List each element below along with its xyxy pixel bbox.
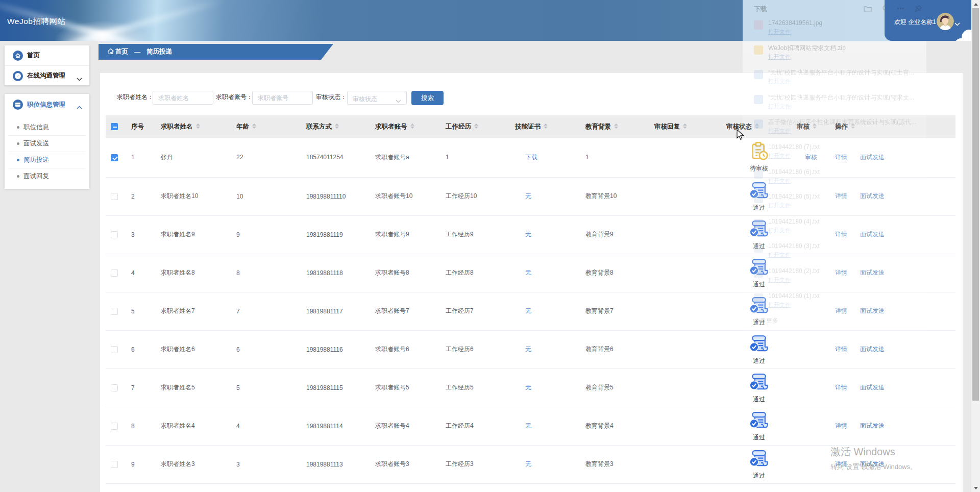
breadcrumb-home[interactable]: 首页 — [115, 47, 128, 56]
sort-caret-icon[interactable] — [335, 124, 339, 129]
open-file-link[interactable]: 打开文件 — [768, 202, 791, 208]
open-file-link[interactable]: 打开文件 — [768, 153, 791, 159]
row-checkbox[interactable] — [111, 308, 118, 315]
sort-caret-icon[interactable] — [252, 124, 256, 129]
row-checkbox[interactable] — [111, 423, 118, 430]
column-header-exp[interactable]: 工作经历 — [440, 115, 510, 138]
sort-caret-icon[interactable] — [683, 124, 687, 129]
detail-link[interactable]: 详情 — [835, 346, 847, 353]
column-header-phone[interactable]: 联系方式 — [301, 115, 370, 138]
certificate-link[interactable]: 无 — [525, 384, 531, 391]
certificate-link[interactable]: 无 — [525, 192, 531, 200]
open-file-link[interactable]: 打开文件 — [768, 78, 791, 84]
name-input[interactable] — [153, 91, 213, 105]
row-checkbox[interactable] — [111, 269, 118, 277]
certificate-link[interactable]: 无 — [525, 269, 531, 276]
open-folder-icon[interactable] — [864, 5, 872, 12]
download-item: “无忧”校园快递服务平台小程序的设计与实现(硕士育...打开文件 — [743, 69, 926, 94]
certificate-link[interactable]: 无 — [525, 422, 531, 429]
cell-idx: 3 — [126, 215, 156, 254]
row-checkbox[interactable] — [111, 346, 118, 353]
interview-send-link[interactable]: 面试发送 — [860, 346, 885, 353]
column-header-edu[interactable]: 教育背景 — [580, 115, 649, 138]
open-file-link[interactable]: 打开文件 — [768, 252, 791, 258]
cell-edu: 教育背景8 — [580, 254, 649, 292]
cell-reply — [649, 138, 721, 177]
scrollbar-up-button[interactable] — [971, 0, 980, 8]
detail-link[interactable]: 详情 — [835, 460, 847, 468]
detail-link[interactable]: 详情 — [835, 422, 847, 429]
cell-account: 求职者账号5 — [370, 368, 440, 407]
column-header-cert[interactable]: 技能证书 — [510, 115, 580, 138]
status-select[interactable]: 审核状态 — [347, 91, 407, 105]
sort-caret-icon[interactable] — [614, 124, 618, 129]
open-file-link[interactable]: 打开文件 — [768, 277, 791, 283]
file-type-icon — [754, 243, 763, 253]
sort-caret-icon[interactable] — [196, 124, 200, 129]
select-all-checkbox[interactable] — [111, 123, 118, 130]
certificate-link[interactable]: 下载 — [525, 154, 537, 161]
sidebar-item-home[interactable]: 首页 — [5, 45, 89, 65]
certificate-link[interactable]: 无 — [525, 460, 531, 468]
row-checkbox[interactable] — [111, 231, 118, 238]
interview-send-link[interactable]: 面试发送 — [860, 422, 885, 429]
sidebar-item-job-management[interactable]: 职位信息管理 — [5, 94, 89, 115]
interview-send-link[interactable]: 面试发送 — [860, 384, 885, 391]
open-file-link[interactable]: 打开文件 — [768, 29, 791, 35]
certificate-link[interactable]: 无 — [525, 346, 531, 353]
sidebar-subitem-面试回复[interactable]: 面试回复 — [5, 168, 89, 184]
open-file-link[interactable]: 打开文件 — [768, 103, 791, 109]
scrollbar-thumb[interactable] — [972, 8, 979, 401]
column-header-reply[interactable]: 审核回复 — [649, 115, 721, 138]
cell-ops: 详情面试发送 — [830, 330, 955, 368]
pin-icon[interactable] — [914, 5, 922, 15]
column-header-age[interactable]: 年龄 — [231, 115, 301, 138]
sort-caret-icon[interactable] — [410, 124, 414, 129]
chevron-down-icon[interactable] — [954, 19, 960, 28]
scrollbar[interactable] — [971, 0, 980, 492]
interview-send-link[interactable]: 面试发送 — [860, 460, 885, 468]
file-type-icon — [754, 119, 763, 129]
cell-name: 求职者姓名4 — [156, 407, 231, 445]
sort-caret-icon[interactable] — [544, 124, 548, 129]
row-checkbox[interactable] — [111, 461, 118, 468]
status-label: 通过 — [748, 472, 770, 480]
certificate-link[interactable]: 无 — [525, 231, 531, 238]
avatar[interactable] — [937, 13, 954, 30]
downloads-show-more[interactable]: 查看更多 — [754, 316, 778, 325]
detail-link[interactable]: 详情 — [835, 384, 847, 391]
column-header-account[interactable]: 求职者账号 — [370, 115, 440, 138]
cell-exp: 工作经历6 — [440, 330, 510, 368]
cell-edu: 教育背景5 — [580, 368, 649, 407]
chevron-down-icon — [77, 74, 82, 83]
sidebar-subitem-面试发送[interactable]: 面试发送 — [5, 136, 89, 152]
open-file-link[interactable]: 打开文件 — [768, 128, 791, 134]
open-file-link[interactable]: 打开文件 — [768, 54, 791, 60]
column-header-name[interactable]: 求职者姓名 — [156, 115, 231, 138]
row-checkbox[interactable] — [111, 384, 118, 391]
open-file-link[interactable]: 打开文件 — [768, 302, 791, 308]
sidebar-subitem-职位信息[interactable]: 职位信息 — [5, 119, 89, 135]
download-file-name: 基于微信小程序个性化课程推荐系统设计与实现(源代... — [768, 118, 916, 126]
sort-caret-icon[interactable] — [474, 124, 478, 129]
scrollbar-down-button[interactable] — [971, 484, 980, 492]
row-checkbox[interactable] — [111, 193, 118, 200]
download-file-name: “无忧”校园快递服务平台小程序的设计与实现(需求文... — [768, 94, 916, 101]
download-file-name: WeJob招聘网站需求文档.zip — [768, 44, 916, 52]
row-checkbox[interactable] — [111, 154, 118, 161]
cell-status: 通过 — [721, 368, 792, 407]
cell-reply — [649, 254, 721, 292]
bullet-icon — [17, 126, 19, 129]
table-row-8: 8求职者姓名4419819881114求职者账号4工作经历4无教育背景4通过详情… — [106, 407, 955, 445]
search-button[interactable]: 搜索 — [411, 91, 444, 105]
certificate-link[interactable]: 无 — [525, 307, 531, 314]
open-file-link[interactable]: 打开文件 — [768, 178, 791, 184]
cell-reply — [649, 407, 721, 445]
download-item: 1019442180 (4).txt打开文件 — [743, 218, 926, 243]
open-file-link[interactable]: 打开文件 — [768, 227, 791, 233]
more-options-icon[interactable] — [897, 5, 904, 14]
table-row-7: 7求职者姓名5519819881115求职者账号5工作经历5无教育背景5通过详情… — [106, 368, 955, 407]
sidebar-item-communication[interactable]: 在线沟通管理 — [5, 66, 89, 86]
sidebar-subitem-简历投递[interactable]: 简历投递 — [5, 152, 89, 168]
account-input[interactable] — [252, 91, 313, 105]
